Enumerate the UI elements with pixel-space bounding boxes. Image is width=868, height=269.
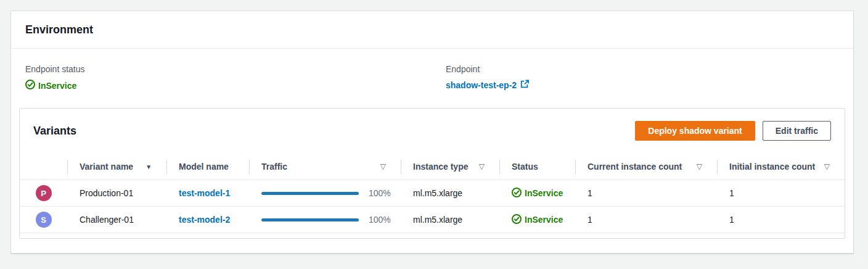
- row-status-text: InService: [525, 188, 563, 198]
- cell-status: InService: [499, 180, 575, 206]
- header-cell-avatar: [20, 154, 67, 180]
- external-link-icon: [520, 80, 529, 90]
- variants-actions: Deploy shadow variant Edit traffic: [635, 121, 831, 141]
- check-circle-icon: [512, 214, 522, 226]
- model-link[interactable]: test-model-1: [179, 188, 230, 198]
- cell-instance-type: ml.m5.xlarge: [401, 180, 499, 206]
- environment-panel-header: Environment: [11, 11, 853, 49]
- row-status-text: InService: [525, 215, 563, 225]
- traffic-bar: [261, 218, 359, 221]
- table-row-production: P Production-01 test-model-1 100% ml.m5.…: [20, 180, 845, 207]
- variants-panel: Variants Deploy shadow variant Edit traf…: [19, 108, 845, 239]
- endpoint-link-text: shadow-test-ep-2: [446, 80, 517, 90]
- cell-current-instance-count: 1: [575, 180, 717, 206]
- instance-type-header-label: Instance type: [413, 162, 468, 172]
- header-cell-model-name: Model name: [166, 154, 249, 180]
- cell-initial-instance-count: 1: [717, 180, 845, 206]
- status-header-label: Status: [512, 162, 538, 172]
- endpoint-label: Endpoint: [446, 64, 845, 74]
- cell-traffic: 100%: [249, 180, 401, 206]
- header-cell-instance-type: Instance type ▽: [401, 154, 499, 180]
- header-cell-initial-instance-count: Initial instance count ▽: [717, 154, 845, 180]
- cell-variant-name: Challenger-01: [67, 207, 166, 233]
- environment-title: Environment: [25, 23, 93, 36]
- current-count-filter-icon[interactable]: ▽: [697, 162, 702, 171]
- initial-count-header-label: Initial instance count: [729, 162, 815, 172]
- environment-panel: Environment Endpoint status InService En…: [10, 10, 854, 254]
- model-name-header-label: Model name: [179, 162, 229, 172]
- sort-descending-icon[interactable]: ▼: [145, 163, 152, 170]
- header-cell-traffic: Traffic ▽: [249, 154, 401, 180]
- edit-traffic-button[interactable]: Edit traffic: [763, 121, 831, 141]
- traffic-filter-icon[interactable]: ▽: [380, 162, 386, 171]
- header-cell-variant-name[interactable]: Variant name ▼: [67, 154, 166, 180]
- environment-body: Endpoint status InService Endpoint shado…: [11, 49, 853, 239]
- current-count-header-label: Current instance count: [588, 162, 682, 172]
- row-status: InService: [512, 214, 563, 226]
- header-cell-current-instance-count: Current instance count ▽: [575, 154, 717, 180]
- endpoint-summary: Endpoint status InService Endpoint shado…: [19, 49, 845, 91]
- traffic-bar: [261, 192, 359, 195]
- cell-status: InService: [499, 207, 575, 233]
- variants-title: Variants: [33, 125, 76, 138]
- check-circle-icon: [512, 188, 522, 199]
- cell-instance-type: ml.m5.xlarge: [401, 207, 499, 233]
- production-variant-badge: P: [36, 185, 52, 201]
- endpoint-status-label: Endpoint status: [25, 64, 446, 74]
- table-footer-spacer: [20, 233, 845, 238]
- check-circle-icon: [25, 80, 35, 91]
- deploy-shadow-variant-button[interactable]: Deploy shadow variant: [635, 121, 755, 141]
- cell-model-name: test-model-2: [166, 207, 249, 233]
- cell-avatar: S: [20, 207, 67, 233]
- initial-count-filter-icon[interactable]: ▽: [824, 162, 830, 171]
- table-row-challenger: S Challenger-01 test-model-2 100% ml.m5.…: [20, 207, 845, 233]
- header-cell-status: Status: [499, 154, 575, 180]
- endpoint-status-field: Endpoint status InService: [25, 64, 446, 91]
- cell-traffic: 100%: [249, 207, 401, 233]
- cell-variant-name: Production-01: [67, 180, 166, 206]
- traffic-percent: 100%: [369, 188, 391, 198]
- endpoint-status-value: InService: [25, 80, 446, 91]
- row-status: InService: [512, 188, 563, 199]
- shadow-variant-badge: S: [36, 212, 52, 228]
- cell-avatar: P: [20, 180, 67, 206]
- endpoint-link[interactable]: shadow-test-ep-2: [446, 80, 529, 90]
- endpoint-field: Endpoint shadow-test-ep-2: [446, 64, 845, 91]
- variants-table: Variant name ▼ Model name Traffic ▽ Inst…: [20, 154, 845, 238]
- traffic-percent: 100%: [369, 215, 391, 225]
- endpoint-status-text: InService: [38, 81, 76, 91]
- model-link[interactable]: test-model-2: [179, 215, 230, 225]
- cell-initial-instance-count: 1: [717, 207, 845, 233]
- variants-panel-header: Variants Deploy shadow variant Edit traf…: [20, 109, 845, 154]
- cell-current-instance-count: 1: [575, 207, 717, 233]
- instance-type-filter-icon[interactable]: ▽: [479, 162, 485, 171]
- cell-model-name: test-model-1: [166, 180, 249, 206]
- variant-name-header-label: Variant name: [80, 162, 133, 172]
- page: Environment Endpoint status InService En…: [0, 0, 868, 269]
- variants-table-header: Variant name ▼ Model name Traffic ▽ Inst…: [20, 154, 845, 180]
- traffic-header-label: Traffic: [261, 162, 287, 172]
